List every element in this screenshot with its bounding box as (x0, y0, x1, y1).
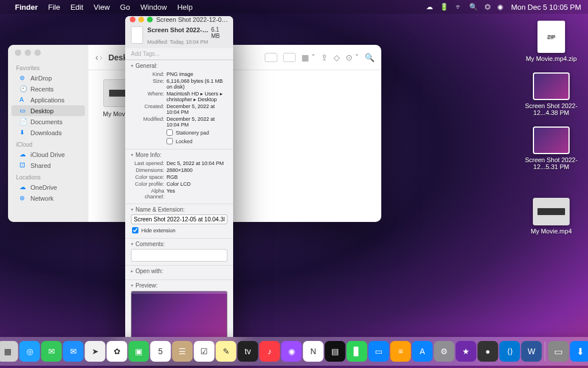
chevron-down-icon: ▾ (131, 152, 133, 158)
info-section-name-ext: ▾Name & Extension: Hide extension (125, 204, 233, 238)
dock-preview-doc[interactable]: ▭ (548, 341, 569, 362)
dock-app-appstore[interactable]: A (412, 341, 433, 362)
sidebar-item-documents[interactable]: 📄Documents (11, 116, 85, 127)
control-center-icon[interactable]: ⏣ (485, 3, 490, 11)
info-traffic-lights[interactable] (130, 17, 153, 22)
shared-icon: ⚀ (20, 162, 27, 169)
sidebar-item-icloud-drive[interactable]: ☁iCloud Drive (11, 149, 85, 160)
view-list-button[interactable] (283, 53, 296, 62)
dock-app-notes[interactable]: ✎ (216, 341, 237, 362)
dock-app-numbers[interactable]: ▊ (347, 341, 368, 362)
dock-app-launchpad[interactable]: ▦ (0, 341, 18, 362)
dock-app-vscode[interactable]: ⟨⟩ (500, 341, 520, 362)
dock-app-photos[interactable]: ✿ (107, 341, 127, 362)
cloud-icon[interactable]: ☁ (426, 3, 433, 11)
sidebar-item-airdrop[interactable]: ⊚AirDrop (11, 72, 85, 83)
app-name[interactable]: Finder (15, 3, 38, 12)
info-titlebar[interactable]: Screen Shot 2022-12-05... (125, 16, 233, 23)
menu-help[interactable]: Help (177, 3, 193, 12)
hide-extension-checkbox[interactable]: Hide extension (131, 226, 227, 235)
menu-go[interactable]: Go (120, 3, 130, 12)
dock-app-mail[interactable]: ✉ (63, 341, 84, 362)
name-extension-field[interactable] (131, 214, 227, 224)
action-button[interactable]: ⊙ ˅ (346, 53, 359, 62)
view-icon-button[interactable] (265, 53, 277, 62)
spotlight-icon[interactable]: 🔍 (469, 3, 478, 11)
section-header-comments[interactable]: ▾Comments: (131, 241, 227, 247)
forward-button[interactable]: › (99, 52, 102, 63)
sidebar-item-recents[interactable]: 🕘Recents (11, 83, 85, 94)
section-header-moreinfo[interactable]: ▾More Info: (131, 152, 227, 158)
comments-field[interactable] (131, 249, 227, 262)
finder-nav: ‹ › (95, 52, 103, 63)
dock-app-news[interactable]: N (303, 341, 324, 362)
dock-app-tv[interactable]: tv (238, 341, 258, 362)
menu-view[interactable]: View (94, 3, 110, 12)
sidebar-item-shared[interactable]: ⚀Shared (11, 160, 85, 171)
airdrop-icon: ⊚ (20, 74, 27, 82)
chevron-down-icon: ▾ (131, 241, 133, 247)
dock-app-podcasts[interactable]: ◉ (281, 341, 302, 362)
search-button[interactable]: 🔍 (365, 53, 374, 62)
dock-app-app1[interactable]: ★ (456, 341, 477, 362)
downloads-icon: ⬇ (20, 129, 27, 136)
desktop-item[interactable]: My Movie.mp4 (523, 198, 580, 235)
info-where: Macintosh HD ▸ Users ▸ christopher ▸ Des… (167, 91, 227, 102)
sidebar-item-network[interactable]: ⊛Network (11, 193, 85, 204)
sidebar-item-applications[interactable]: AApplications (11, 94, 85, 105)
sidebar-item-onedrive[interactable]: ☁OneDrive (11, 182, 85, 193)
clock-icon: 🕘 (20, 85, 27, 93)
battery-icon[interactable]: 🔋 (440, 3, 448, 11)
siri-icon[interactable]: ◉ (497, 3, 503, 11)
dock-app-music[interactable]: ♪ (260, 341, 280, 362)
chevron-right-icon: ▸ (131, 269, 133, 274)
dock-app-messages[interactable]: ✉ (41, 341, 62, 362)
section-header-name-ext[interactable]: ▾Name & Extension: (131, 206, 227, 213)
chevron-down-icon: ▾ (131, 207, 133, 212)
desktop-item[interactable]: ZIP My Movie.mp4.zip (523, 21, 580, 62)
dock-app-safari[interactable]: ◎ (20, 341, 40, 362)
info-modified-short: Modified: Today, 10:04 PM (148, 39, 227, 45)
dock-app-stocks[interactable]: ▤ (325, 341, 346, 362)
desktop-icons: ZIP My Movie.mp4.zip Screen Shot 2022-12… (523, 21, 580, 235)
menu-edit[interactable]: Edit (71, 3, 83, 12)
dock-app-maps[interactable]: ➤ (85, 341, 106, 362)
finder-traffic-lights[interactable] (8, 49, 88, 62)
info-size: 6,116,068 bytes (6.1 MB on disk) (167, 78, 227, 90)
desktop-item[interactable]: Screen Shot 2022-12...5.31 PM (523, 126, 580, 170)
info-tags-field[interactable]: Add Tags... (125, 48, 233, 60)
sidebar-item-desktop[interactable]: ▭Desktop (11, 105, 85, 116)
dock-app-pages[interactable]: ≡ (390, 341, 411, 362)
dock-app-facetime[interactable]: ▣ (129, 341, 149, 362)
menu-file[interactable]: File (48, 3, 60, 12)
sidebar-item-downloads[interactable]: ⬇Downloads (11, 127, 85, 138)
back-button[interactable]: ‹ (95, 52, 98, 63)
section-header-open-with[interactable]: ▸Open with: (131, 268, 227, 274)
dock-app-calendar[interactable]: 5 (150, 341, 171, 362)
dock-app-word[interactable]: W (521, 341, 542, 362)
dock-separator (545, 342, 546, 361)
desktop-item-label: Screen Shot 2022-12...5.31 PM (523, 156, 580, 170)
info-section-moreinfo: ▾More Info: Last opened:Dec 5, 2022 at 1… (125, 149, 233, 204)
menubar-clock[interactable]: Mon Dec 5 10:05 PM (511, 3, 581, 12)
section-header-preview[interactable]: ▾Preview: (131, 282, 227, 289)
dock-app-reminders[interactable]: ☑ (194, 341, 215, 362)
stationery-checkbox[interactable]: Stationery pad (131, 128, 227, 137)
dock-downloads[interactable]: ⬇ (570, 341, 589, 362)
locked-checkbox[interactable]: Locked (131, 137, 227, 145)
sidebar-section-icloud: iCloud (8, 138, 88, 149)
info-header: Screen Shot 2022-12-...6.1 MB Modified: … (125, 23, 233, 48)
share-button[interactable]: ⇪ (321, 53, 328, 62)
menu-window[interactable]: Window (140, 3, 167, 12)
sidebar-section-favorites: Favorites (8, 62, 88, 72)
dock-app-contacts[interactable]: ☰ (172, 341, 193, 362)
group-button[interactable]: ▦ ˅ (301, 53, 315, 62)
dock-app-settings[interactable]: ⚙ (434, 341, 455, 362)
desktop-item[interactable]: Screen Shot 2022-12...4.38 PM (523, 72, 580, 116)
wifi-icon[interactable]: ᯤ (455, 3, 462, 11)
tags-button[interactable]: ◇ (334, 53, 340, 62)
dock: ☺▦◎✉✉➤✿▣5☰☑✎tv♪◉N▤▊▭≡A⚙★●⟨⟩W▭⬇🗑 (0, 337, 588, 366)
section-header-general[interactable]: ▾General: (131, 63, 227, 69)
dock-app-keynote[interactable]: ▭ (369, 341, 389, 362)
dock-app-app2[interactable]: ● (478, 341, 498, 362)
